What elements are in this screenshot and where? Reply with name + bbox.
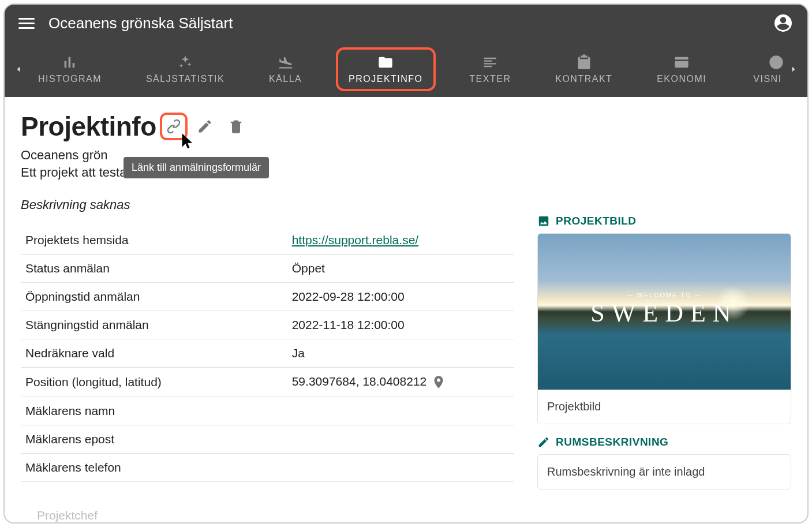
tab-saljstatistik[interactable]: SÄLJSTATISTIK (136, 47, 235, 91)
detail-label: Status anmälan (21, 255, 287, 283)
tab-label: SÄLJSTATISTIK (146, 74, 224, 84)
detail-label: Stängningstid anmälan (21, 311, 287, 339)
detail-value: Öppet (287, 255, 514, 283)
detail-value: 2022-09-28 12:00:00 (287, 283, 514, 311)
table-row: Mäklarens epost (21, 425, 514, 454)
table-row: Position (longitud, latitud)59.3097684, … (21, 368, 514, 397)
projektbild-caption: Projektbild (538, 390, 791, 424)
detail-label: Nedräknare vald (21, 339, 287, 368)
rumsbeskrivning-text: Rumsbeskrivning är inte inlagd (538, 455, 791, 489)
link-icon (166, 118, 182, 134)
tab-kalla[interactable]: KÄLLA (259, 47, 312, 91)
table-row: Nedräknare valdJa (21, 339, 514, 368)
tab-histogram[interactable]: HISTOGRAM (28, 47, 112, 91)
tabs-scroll-left[interactable] (9, 64, 28, 74)
card-icon (673, 54, 690, 70)
projektbild-card[interactable]: — WELCOME TO — SWEDEN Projektbild (537, 233, 791, 424)
rumsbeskrivning-heading[interactable]: RUMSBESKRIVNING (537, 436, 791, 448)
image-icon (537, 215, 550, 227)
detail-label: Position (longitud, latitud) (21, 368, 287, 397)
trash-icon (228, 118, 244, 134)
sparkle-icon (177, 54, 193, 70)
rumsbeskrivning-card[interactable]: Rumsbeskrivning är inte inlagd (537, 454, 791, 489)
tooltip: Länk till anmälningsformulär (124, 157, 269, 178)
detail-label: Mäklarens namn (21, 397, 287, 425)
image-overlay-big: SWEDEN (538, 298, 791, 328)
app-title: Oceanens grönska Säljstart (48, 14, 759, 32)
table-row: Mäklarens telefon (21, 454, 514, 482)
detail-value: https://support.rebla.se/ (287, 226, 514, 255)
tab-texter[interactable]: TEXTER (459, 47, 521, 91)
tab-label: VISNI (753, 74, 781, 84)
pencil-icon (537, 436, 550, 448)
cursor-icon (179, 132, 196, 148)
app-bar: Oceanens grönska Säljstart (5, 5, 807, 42)
detail-value (287, 397, 514, 425)
tab-ekonomi[interactable]: EKONOMI (646, 47, 717, 91)
tab-label: TEXTER (469, 74, 511, 84)
delete-button[interactable] (222, 113, 250, 140)
menu-icon[interactable] (18, 15, 35, 31)
tabs-scroll-right[interactable] (784, 64, 803, 74)
detail-label: Mäklarens epost (21, 425, 287, 454)
detail-label: Projektets hemsida (21, 226, 287, 255)
projektbild-heading: PROJEKTBILD (537, 215, 791, 227)
tab-label: KÄLLA (269, 74, 302, 84)
table-row: Mäklarens namn (21, 397, 514, 425)
page-title: Projektinfo (21, 111, 156, 142)
tab-projektinfo[interactable]: PROJEKTINFO (336, 47, 436, 91)
website-link[interactable]: https://support.rebla.se/ (292, 233, 418, 246)
clock-icon (768, 54, 784, 70)
project-image: — WELCOME TO — SWEDEN (538, 234, 791, 390)
tab-label: PROJEKTINFO (349, 74, 423, 84)
table-row: Stängningstid anmälan2022-11-18 12:00:00 (21, 311, 514, 339)
link-button[interactable] (160, 113, 188, 140)
detail-value: 59.3097684, 18.0408212 (287, 368, 514, 397)
text-icon (482, 54, 498, 70)
map-pin-icon[interactable] (431, 375, 446, 390)
account-icon[interactable] (773, 13, 794, 33)
table-row: Projektets hemsidahttps://support.rebla.… (21, 226, 514, 255)
tab-bar: HISTOGRAM SÄLJSTATISTIK KÄLLA PROJEKTINF… (5, 42, 807, 97)
project-details-table: Projektets hemsidahttps://support.rebla.… (21, 226, 514, 482)
tab-label: KONTRAKT (555, 74, 612, 84)
detail-value: Ja (287, 339, 514, 368)
detail-label: Mäklarens telefon (21, 454, 287, 482)
clipboard-icon (576, 54, 592, 70)
tab-label: HISTOGRAM (38, 74, 102, 84)
flight-land-icon (278, 54, 294, 70)
cutoff-row-label: Projektchef (37, 509, 98, 522)
tab-visni[interactable]: VISNI (740, 47, 784, 91)
folder-icon (377, 54, 394, 70)
detail-label: Öppningstid anmälan (21, 283, 287, 311)
detail-value (287, 454, 514, 482)
description-missing: Beskrivning saknas (21, 197, 514, 212)
edit-button[interactable] (191, 113, 219, 140)
pencil-icon (197, 118, 213, 134)
bar-chart-icon (62, 54, 78, 70)
tab-label: EKONOMI (657, 74, 706, 84)
table-row: Status anmälanÖppet (21, 255, 514, 283)
tab-kontrakt[interactable]: KONTRAKT (545, 47, 623, 91)
image-overlay-small: — WELCOME TO — (538, 291, 791, 298)
detail-value: 2022-11-18 12:00:00 (287, 311, 514, 339)
detail-value (287, 425, 514, 454)
table-row: Öppningstid anmälan2022-09-28 12:00:00 (21, 283, 514, 311)
